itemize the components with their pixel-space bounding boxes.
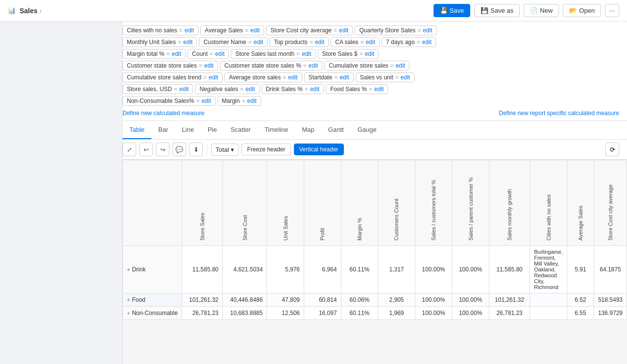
measure-chip[interactable]: Cumulative store sales trend = edit xyxy=(122,73,222,82)
expand-icon[interactable]: + xyxy=(127,310,130,316)
measure-chip[interactable]: Average Sales = edit xyxy=(200,25,264,35)
open-button[interactable]: 📂 Open xyxy=(563,4,601,17)
save-button[interactable]: 💾 Save xyxy=(434,4,471,17)
measure-label: Customer Name xyxy=(203,39,246,46)
chart-tab-bar[interactable]: Bar xyxy=(151,121,175,139)
measure-chip[interactable]: Sales vs unit = edit xyxy=(356,73,414,82)
row-label: Drink xyxy=(132,266,145,273)
comment-button[interactable]: 💬 xyxy=(172,143,186,156)
undo-button[interactable]: ↩ xyxy=(139,143,153,156)
measure-chip[interactable]: Non-Consumable Sales% = edit xyxy=(122,96,216,106)
column-header-label: Sales monthly growth xyxy=(506,162,512,241)
measure-chip[interactable]: Top products = edit xyxy=(269,37,329,47)
measure-eq: = xyxy=(203,74,207,81)
measure-edit[interactable]: edit xyxy=(315,39,324,46)
download-button[interactable]: ⬇ xyxy=(189,143,203,156)
save-as-button[interactable]: 💾 Save as xyxy=(474,4,520,17)
chart-tab-table[interactable]: Table xyxy=(122,121,151,139)
redo-button[interactable]: ↪ xyxy=(156,143,169,156)
measure-edit[interactable]: edit xyxy=(247,97,256,104)
measure-edit[interactable]: edit xyxy=(366,39,375,46)
measure-label: Monthly Unit Sales xyxy=(127,39,176,46)
chart-tab-line[interactable]: Line xyxy=(175,121,201,139)
table-cell: 40,446.8486 xyxy=(223,293,267,307)
measure-edit[interactable]: edit xyxy=(401,74,410,81)
measure-chip[interactable]: Customer state store sales = edit xyxy=(122,61,218,71)
measure-edit[interactable]: edit xyxy=(215,50,224,57)
define-new-link[interactable]: Define new calculated measure xyxy=(122,110,204,117)
measure-chip[interactable]: Store Sales $ = edit xyxy=(318,49,379,59)
measure-edit[interactable]: edit xyxy=(179,86,189,93)
chart-tab-scatter[interactable]: Scatter xyxy=(224,121,258,139)
measure-chip[interactable]: Startdate = edit xyxy=(304,73,354,82)
measure-chip[interactable]: Food Sales % = edit xyxy=(326,84,388,94)
measure-edit[interactable]: edit xyxy=(423,27,432,34)
measure-chip[interactable]: Cities with no sales = edit xyxy=(122,25,198,35)
measure-chip[interactable]: Drink Sales % = edit xyxy=(262,84,324,94)
measure-label: Customer state store sales % xyxy=(224,62,301,69)
measure-edit[interactable]: edit xyxy=(309,62,318,69)
measure-edit[interactable]: edit xyxy=(310,86,319,93)
measure-label: Store Sales $ xyxy=(322,50,358,57)
measure-edit[interactable]: edit xyxy=(422,39,432,46)
measure-chip[interactable]: CA sales = edit xyxy=(331,37,380,47)
measure-eq: = xyxy=(199,62,202,69)
measure-edit[interactable]: edit xyxy=(365,50,374,57)
measure-edit[interactable]: edit xyxy=(185,27,194,34)
breadcrumb-root[interactable]: Sales xyxy=(20,7,38,15)
expand-icon[interactable]: + xyxy=(127,267,130,272)
measure-edit[interactable]: edit xyxy=(204,62,214,69)
measure-chip[interactable]: Store Cost city average = edit xyxy=(266,25,353,35)
table-cell: 60.11% xyxy=(341,307,378,320)
vertical-header-button[interactable]: Vertical header xyxy=(294,144,344,155)
measure-edit[interactable]: edit xyxy=(288,74,297,81)
measure-edit[interactable]: edit xyxy=(209,74,218,81)
table-body: +Drink11,585.804,621.50345,9766,96460.11… xyxy=(123,246,627,320)
measure-chip[interactable]: Margin = edit xyxy=(217,96,261,106)
measure-edit[interactable]: edit xyxy=(245,86,255,93)
measure-chip[interactable]: Average store sales = edit xyxy=(224,73,302,82)
new-button[interactable]: 📄 New xyxy=(524,4,559,17)
measure-edit[interactable]: edit xyxy=(250,27,260,34)
chart-tab-timeline[interactable]: Timeline xyxy=(258,121,295,139)
measure-chip[interactable]: Store Sales last month = edit xyxy=(231,49,315,59)
measure-edit[interactable]: edit xyxy=(339,74,349,81)
measure-chip[interactable]: Margin total % = edit xyxy=(122,49,186,59)
measure-edit[interactable]: edit xyxy=(339,27,348,34)
measure-edit[interactable]: edit xyxy=(374,86,384,93)
more-button[interactable]: ··· xyxy=(605,4,619,17)
measures-row: Cities with no sales = editAverage Sales… xyxy=(122,25,619,35)
measure-chip[interactable]: Count = edit xyxy=(188,49,229,59)
measure-edit[interactable]: edit xyxy=(183,39,193,46)
fullscreen-button[interactable]: ⤢ xyxy=(122,143,136,156)
measure-edit[interactable]: edit xyxy=(254,39,263,46)
measure-chip[interactable]: Cumulative store sales = edit xyxy=(324,61,410,71)
measure-edit[interactable]: edit xyxy=(302,50,311,57)
expand-icon[interactable]: + xyxy=(127,297,130,303)
chart-tab-gantt[interactable]: Gantt xyxy=(321,121,351,139)
define-report-link[interactable]: Define new report specific calculated me… xyxy=(499,110,619,117)
freeze-header-button[interactable]: Freeze header xyxy=(241,144,290,155)
chart-tab-map[interactable]: Map xyxy=(295,121,321,139)
table-cell: 11,585.80 xyxy=(489,246,530,293)
measure-chip[interactable]: Quarterly Store Sales = edit xyxy=(355,25,436,35)
column-header-label: Store Cost xyxy=(242,162,248,241)
measure-edit[interactable]: edit xyxy=(396,62,405,69)
table-cell: 60.06% xyxy=(341,293,378,307)
table-cell: 26,781.23 xyxy=(489,307,530,320)
measure-chip[interactable]: Store sales, USD = edit xyxy=(122,84,193,94)
measure-eq: = xyxy=(210,50,213,57)
measure-edit[interactable]: edit xyxy=(201,97,211,104)
chart-tab-gauge[interactable]: Gauge xyxy=(351,121,384,139)
refresh-button[interactable]: ⟳ xyxy=(605,143,619,156)
measure-eq: = xyxy=(303,62,307,69)
measure-edit[interactable]: edit xyxy=(172,50,181,57)
measure-chip[interactable]: Monthly Unit Sales = edit xyxy=(122,37,197,47)
total-dropdown[interactable]: Total ▾ xyxy=(211,144,239,156)
measure-chip[interactable]: Customer state store sales % = edit xyxy=(220,61,322,71)
measure-chip[interactable]: Customer Name = edit xyxy=(199,37,267,47)
chart-tab-pie[interactable]: Pie xyxy=(201,121,224,139)
measure-chip[interactable]: 7 days ago = edit xyxy=(382,37,436,47)
sidebar xyxy=(0,22,122,320)
measure-chip[interactable]: Negative sales = edit xyxy=(195,84,259,94)
